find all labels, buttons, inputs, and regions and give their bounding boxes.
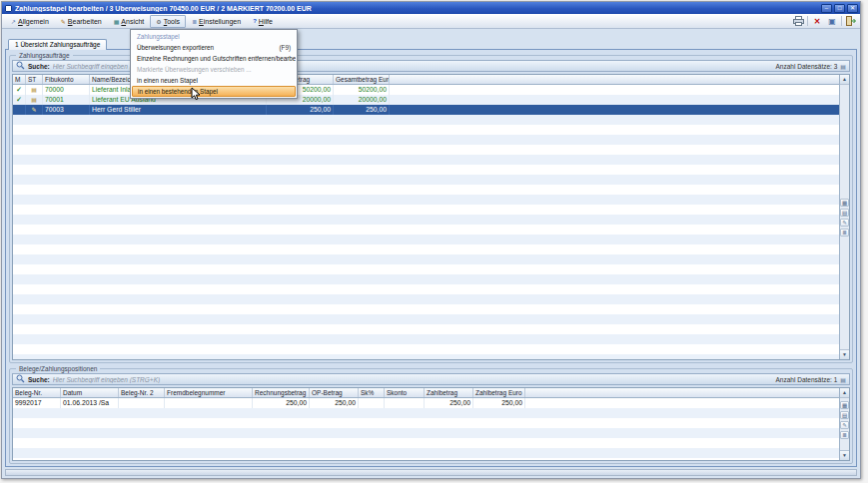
settings-icon: ≣ <box>192 18 197 25</box>
edit-menu-icon: ✎ <box>61 18 66 25</box>
positions-search-input[interactable]: Hier Suchbegriff eingeben (STRG+K) <box>53 376 773 383</box>
search-label: Suche: <box>28 376 50 383</box>
menu-item-einzelne-rechnungen-und-gutschriften-entfernen-bearbeiten[interactable]: Einzelne Rechnungen und Gutschriften ent… <box>132 53 296 64</box>
help-icon: ? <box>253 18 257 24</box>
print-icon[interactable] <box>792 16 804 27</box>
menu-item-label: Einzelne Rechnungen und Gutschriften ent… <box>137 55 296 62</box>
column-header-gesamtbetrag-euro[interactable]: Gesamtbetrag Euro <box>334 75 390 84</box>
scroll-down-icon[interactable]: ▼ <box>840 349 849 359</box>
menu-tools[interactable]: ⚙Tools <box>150 15 186 28</box>
empty-row <box>13 185 839 195</box>
column-header-rechnungsbetrag[interactable]: Rechnungsbetrag <box>253 388 310 397</box>
menu-label: Einstellungen <box>199 18 241 25</box>
scroll-down-icon[interactable]: ▼ <box>840 450 849 460</box>
column-header-m[interactable]: M <box>13 75 26 84</box>
column-header-st[interactable]: ST <box>26 75 43 84</box>
filter-icon[interactable]: ≣ <box>840 229 849 237</box>
column-grid-icon[interactable]: ▦ <box>840 401 849 409</box>
column-header-beleg-nr-2[interactable]: Beleg-Nr. 2 <box>119 388 165 397</box>
column-header-fremdbelegnummer[interactable]: Fremdbelegnummer <box>165 388 253 397</box>
payments-record-count: Anzahl Datensätze: 3 <box>776 63 838 70</box>
column-header-op-betrag[interactable]: OP-Betrag <box>310 388 359 397</box>
empty-row <box>13 408 839 418</box>
grid-options-icon[interactable]: ▤ <box>840 376 846 383</box>
tab-uebersicht-zahlungsauftraege[interactable]: 1 Übersicht Zahlungsaufträge <box>8 39 107 50</box>
empty-row <box>13 205 839 215</box>
exit-icon[interactable] <box>845 16 857 27</box>
empty-row <box>13 115 839 125</box>
empty-row <box>13 324 839 334</box>
menu-item-label: Überweisungen exportieren <box>137 44 214 51</box>
empty-row <box>13 304 839 314</box>
payments-group: Zahlungsaufträge Suche: Hier Suchbegriff… <box>9 55 853 363</box>
title-bar[interactable]: Zahlungsstapel bearbeiten / 3 Überweisun… <box>2 2 860 14</box>
column-header-sk[interactable]: Sk% <box>359 388 385 397</box>
filter-icon[interactable]: ≣ <box>840 431 849 439</box>
column-header-skonto[interactable]: Skonto <box>385 388 425 397</box>
mouse-cursor <box>191 87 203 101</box>
menu-item-label: Zahlungsstapel <box>137 33 180 40</box>
column-header-beleg-nr[interactable]: Beleg-Nr. <box>13 388 61 397</box>
positions-table-body: 999201701.06.2013 /Sa250,00250,00250,002… <box>13 398 839 460</box>
positions-table-header: Beleg-Nr.DatumBeleg-Nr. 2Fremdbelegnumme… <box>13 388 839 398</box>
window-controls: – □ ✕ <box>821 4 858 13</box>
menu-label: Tools <box>164 18 180 25</box>
menu-label: Bearbeiten <box>68 18 102 25</box>
column-header-fibukonto[interactable]: Fibukonto <box>43 75 90 84</box>
grid-options-icon[interactable]: ▤ <box>840 63 846 70</box>
empty-row <box>13 254 839 264</box>
cancel-icon[interactable]: ✕ <box>811 16 823 27</box>
menu-item-in-einen-bestehenden-stapel[interactable]: in einen bestehenden Stapel <box>132 86 296 97</box>
empty-row <box>13 165 839 175</box>
edit-row-icon: ✎ <box>26 105 43 115</box>
scroll-up-icon[interactable]: ▲ <box>840 75 849 85</box>
empty-row <box>13 354 839 359</box>
app-window: Zahlungsstapel bearbeiten / 3 Überweisun… <box>1 1 861 479</box>
search-icon <box>16 374 25 384</box>
payments-group-label: Zahlungsaufträge <box>16 52 73 59</box>
positions-record-count: Anzahl Datensätze: 1 <box>776 376 838 383</box>
maximize-button[interactable]: □ <box>834 4 845 13</box>
column-header-datum[interactable]: Datum <box>61 388 119 397</box>
menu-ansicht[interactable]: ▦Ansicht <box>108 15 151 28</box>
empty-row <box>13 428 839 438</box>
empty-row <box>13 125 839 135</box>
menu-item-zahlungsstapel: Zahlungsstapel <box>132 31 296 42</box>
table-row[interactable]: 999201701.06.2013 /Sa250,00250,00250,002… <box>13 398 839 408</box>
menu-allgemein[interactable]: ↗Allgemein <box>5 15 55 28</box>
empty-row <box>13 264 839 274</box>
empty-row <box>13 448 839 458</box>
search-label: Suche: <box>28 63 50 70</box>
edit-cell-icon[interactable]: ✎ <box>840 421 849 429</box>
edit-cell-icon[interactable]: ✎ <box>840 219 849 227</box>
menu-item-label: Markierte Überweisungen verschieben ... <box>137 66 251 73</box>
positions-scrollbar[interactable]: ▲ ▦▤✎≣ ▼ <box>839 388 849 460</box>
menu-bearbeiten[interactable]: ✎Bearbeiten <box>55 15 108 28</box>
row-list-icon[interactable]: ▤ <box>840 209 849 217</box>
column-header-zahlbetrag[interactable]: Zahlbetrag <box>425 388 473 397</box>
tools-icon: ⚙ <box>156 18 161 25</box>
archive-icon[interactable]: ▣ <box>826 16 838 27</box>
empty-row <box>13 438 839 448</box>
empty-row <box>13 314 839 324</box>
menu-hilfe[interactable]: ?Hilfe <box>247 15 279 28</box>
transfer-doc-icon: ▤ <box>26 85 43 95</box>
row-list-icon[interactable]: ▤ <box>840 411 849 419</box>
scroll-up-icon[interactable]: ▲ <box>840 388 849 398</box>
menu-items: ↗Allgemein✎Bearbeiten▦Ansicht⚙Tools≣Eins… <box>5 14 279 28</box>
table-row[interactable]: ✎70003Herr Gerd Stiller250,00250,00 <box>13 105 839 115</box>
menu-item-überweisungen-exportieren[interactable]: Überweisungen exportieren(F9) <box>132 42 296 53</box>
close-button[interactable]: ✕ <box>847 4 858 13</box>
menu-einstellungen[interactable]: ≣Einstellungen <box>186 15 247 28</box>
positions-group: Belege/Zahlungspositionen Suche: Hier Su… <box>9 368 853 464</box>
column-header-zahlbetrag-euro[interactable]: Zahlbetrag Euro <box>473 388 525 397</box>
empty-row <box>13 155 839 165</box>
empty-row <box>13 235 839 244</box>
minimize-button[interactable]: – <box>821 4 832 13</box>
main-panel: Zahlungsaufträge Suche: Hier Suchbegriff… <box>5 49 857 467</box>
payments-scrollbar[interactable]: ▲ ▦▤✎≣ ▼ <box>839 75 849 359</box>
toolbar-separator <box>841 16 842 26</box>
column-grid-icon[interactable]: ▦ <box>840 199 849 207</box>
payments-table-body: ✓▤70000Lieferant Inland50200,0050200,00✓… <box>13 85 839 359</box>
menu-item-in-einen-neuen-stapel[interactable]: in einen neuen Stapel <box>132 75 296 86</box>
